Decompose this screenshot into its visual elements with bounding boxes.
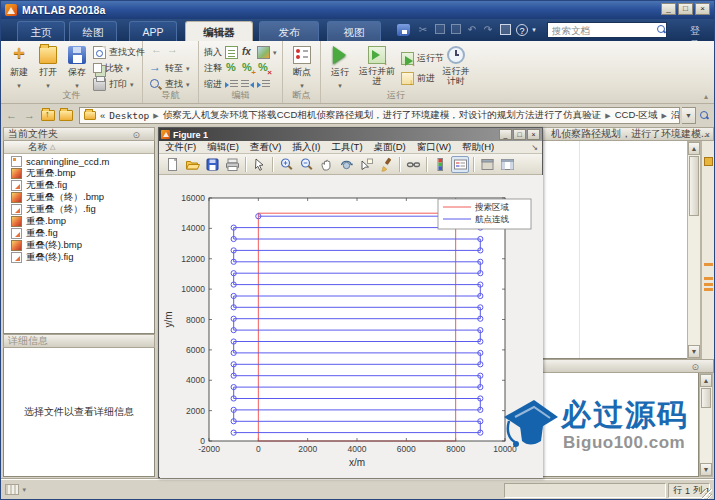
file-row[interactable]: 重叠.fig [4, 227, 154, 239]
edit-plot-icon[interactable] [250, 156, 268, 173]
tab-编辑器[interactable]: 编辑器 [185, 21, 253, 41]
figure-menu-查看[interactable]: 查看(V) [250, 141, 282, 154]
file-row[interactable]: 无重叠.bmp [4, 167, 154, 179]
data-cursor-icon[interactable] [357, 156, 375, 173]
find-files-button[interactable]: 查找文件 [93, 45, 145, 59]
status-column-mode-icon[interactable] [5, 484, 19, 495]
editor-close-icon[interactable]: × [705, 129, 710, 141]
help-icon[interactable]: ? [516, 24, 528, 36]
save-button[interactable]: 保存 [63, 44, 91, 90]
file-row[interactable]: 无重叠（终）.fig [4, 203, 154, 215]
breadcrumb-segment[interactable]: CCD-区域 [615, 109, 658, 122]
editor-scrollbar[interactable]: ▲ ▼ [687, 141, 701, 359]
file-row[interactable]: 重叠(终).fig [4, 251, 154, 263]
comment-remove-icon[interactable] [257, 62, 270, 75]
figure-menu-帮助[interactable]: 帮助(H) [462, 141, 494, 154]
quick-save-icon[interactable] [399, 24, 412, 37]
insert-colorbar-icon[interactable] [431, 156, 449, 173]
comment-add-icon[interactable] [241, 62, 254, 75]
figure-menu-工具[interactable]: 工具(T) [331, 141, 362, 154]
tab-发布[interactable]: 发布 [259, 21, 319, 41]
run-section-button[interactable]: 运行节 [401, 51, 444, 65]
advance-button[interactable]: 前进 [401, 71, 435, 85]
breadcrumb-root[interactable]: Desktop [109, 110, 149, 121]
breadcrumb-dropdown-icon[interactable]: ▼ [682, 107, 696, 124]
new-figure-icon[interactable] [163, 156, 181, 173]
file-row[interactable]: 无重叠（终）.bmp [4, 191, 154, 203]
minimize-button[interactable] [661, 3, 676, 15]
folder-search-icon[interactable] [696, 107, 712, 124]
switch-windows-icon[interactable] [500, 24, 511, 35]
breadcrumb[interactable]: « Desktop ▶侦察无人机复杂环境下搭载CCD相机侦察路径规划，进行了环境… [79, 107, 680, 124]
figure-canvas[interactable]: -200002000400060008000100000200040006000… [160, 175, 543, 478]
save-figure-icon[interactable] [203, 156, 221, 173]
run-and-time-button[interactable]: 运行并计时 [439, 44, 473, 90]
close-button[interactable] [695, 3, 710, 15]
show-plot-tools-icon[interactable] [498, 156, 516, 173]
figure-menu-编辑[interactable]: 编辑(E) [207, 141, 239, 154]
rotate-3d-icon[interactable] [337, 156, 355, 173]
nav-back-icon[interactable]: ← [4, 108, 19, 123]
new-button[interactable]: 新建 [5, 44, 33, 90]
link-plots-icon[interactable] [404, 156, 422, 173]
editor-menu-icon[interactable]: ⊙ [691, 129, 699, 141]
figure-menu-桌面[interactable]: 桌面(D) [374, 141, 406, 154]
comment-icon[interactable] [225, 62, 238, 75]
pan-icon[interactable] [317, 156, 335, 173]
tab-APP[interactable]: APP [129, 21, 177, 41]
run-button[interactable]: 运行 [325, 44, 355, 90]
figure-minimize-button[interactable]: _ [499, 129, 512, 140]
details-header[interactable]: 详细信息 [3, 334, 155, 348]
compare-button[interactable]: 比较 [93, 61, 130, 75]
breadcrumb-segment[interactable]: 侦察无人机复杂环境下搭载CCD相机侦察路径规划，进行了环境建模，对设计的规划方法… [163, 109, 602, 122]
current-folder-header[interactable]: 当前文件夹 ⊙ [3, 127, 155, 141]
tab-视图[interactable]: 视图 [327, 21, 381, 41]
scroll-up-icon[interactable]: ▲ [700, 374, 712, 387]
scroll-up-icon[interactable]: ▲ [688, 142, 700, 155]
insert-function-icon[interactable] [241, 46, 254, 59]
breadcrumb-segment[interactable]: 沿短边搜索 [671, 109, 680, 122]
scroll-down-icon[interactable]: ▼ [688, 345, 700, 358]
file-list-column-header[interactable]: 名称 △ [4, 141, 154, 154]
figure-menu-文件[interactable]: 文件(F) [165, 141, 196, 154]
figure-menu-窗口[interactable]: 窗口(W) [417, 141, 451, 154]
quick-access-dropdown-icon[interactable]: ▾ [528, 24, 540, 36]
brush-icon[interactable] [377, 156, 395, 173]
tab-绘图[interactable]: 绘图 [69, 21, 117, 41]
nav-forward-icon[interactable]: → [22, 108, 37, 123]
code-analyzer-strip[interactable] [701, 141, 714, 359]
zoom-in-icon[interactable] [277, 156, 295, 173]
breakpoints-button[interactable]: 断点 [288, 44, 316, 90]
maximize-button[interactable] [678, 3, 693, 15]
print-figure-icon[interactable] [223, 156, 241, 173]
bottom-pane-menu-icon[interactable]: ⊙ [691, 361, 699, 373]
insert-figure-icon[interactable] [257, 46, 270, 59]
search-icon[interactable] [657, 25, 666, 34]
figure-plot[interactable]: -200002000400060008000100000200040006000… [160, 175, 543, 478]
file-row[interactable]: 无重叠.fig [4, 179, 154, 191]
collapse-ribbon-icon[interactable]: ▴ [704, 92, 708, 101]
browse-folder-icon[interactable] [59, 110, 73, 121]
file-row[interactable]: 重叠.bmp [4, 215, 154, 227]
analyzer-indicator[interactable] [704, 157, 713, 166]
insert-legend-icon[interactable] [451, 156, 469, 173]
figure-maximize-button[interactable]: □ [513, 129, 526, 140]
open-button[interactable]: 打开 [34, 44, 62, 90]
zoom-out-icon[interactable] [297, 156, 315, 173]
hide-plot-tools-icon[interactable] [478, 156, 496, 173]
menu-overflow-icon[interactable]: ↘ [531, 143, 538, 152]
open-file-icon[interactable] [183, 156, 201, 173]
tab-主页[interactable]: 主页 [17, 21, 65, 41]
doc-search-input[interactable] [547, 22, 667, 38]
panel-menu-icon[interactable]: ⊙ [132, 129, 140, 141]
goto-button[interactable]: 转至 [149, 61, 190, 75]
resize-grip[interactable] [702, 489, 712, 499]
insert-section-icon[interactable] [225, 46, 238, 59]
figure-close-button[interactable]: × [527, 129, 540, 140]
figure-menu-插入[interactable]: 插入(I) [292, 141, 320, 154]
file-row[interactable]: 重叠(终).bmp [4, 239, 154, 251]
run-and-advance-button[interactable]: 运行并前进 [359, 44, 395, 90]
file-row[interactable]: scanningline_ccd.m [4, 155, 154, 167]
figure-title-bar[interactable]: Figure 1 _ □ × [159, 128, 542, 141]
folder-up-icon[interactable] [41, 110, 55, 121]
